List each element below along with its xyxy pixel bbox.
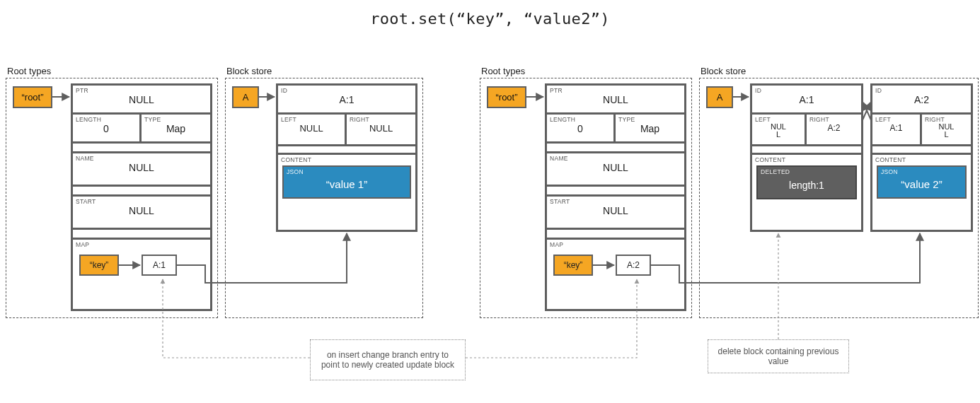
label-block-store-right: Block store bbox=[701, 66, 746, 76]
root-name-left: NAME NULL bbox=[71, 151, 212, 187]
root-tag-left: “root” bbox=[13, 86, 52, 108]
root-start-left: START NULL bbox=[71, 194, 212, 230]
block-a1-json-left: JSON “value 1” bbox=[282, 165, 411, 199]
block-a-tag-left: A bbox=[232, 86, 259, 108]
root-length-right: LENGTH 0 bbox=[545, 112, 616, 144]
block-a2-json-right: JSON “value 2” bbox=[877, 165, 967, 199]
root-type-right: TYPE Map bbox=[613, 112, 686, 144]
block-a1-id-left: ID A:1 bbox=[276, 83, 417, 115]
block-a1-leftcell-right: LEFT NUL L bbox=[750, 112, 807, 146]
label-block-store-left: Block store bbox=[226, 66, 272, 76]
block-a2-id-right: ID A:2 bbox=[870, 83, 973, 115]
root-type-left: TYPE Map bbox=[139, 112, 212, 144]
block-a2-content-right: CONTENT JSON “value 2” bbox=[870, 153, 973, 232]
root-tag-right: “root” bbox=[487, 86, 526, 108]
root-map-val-right: A:2 bbox=[616, 255, 651, 276]
block-a-tag-right: A bbox=[706, 86, 733, 108]
root-map-key-right: “key” bbox=[553, 255, 593, 276]
block-a2-leftcell-right: LEFT A:1 bbox=[870, 112, 922, 146]
root-map-key-left: “key” bbox=[79, 255, 119, 276]
note-delete: delete block containing previous value bbox=[708, 339, 849, 373]
root-map-val-left: A:1 bbox=[142, 255, 177, 276]
block-a1-id-right: ID A:1 bbox=[750, 83, 863, 115]
block-a1-deleted-right: DELETED length:1 bbox=[756, 165, 857, 199]
block-a1-content-left: CONTENT JSON “value 1” bbox=[276, 153, 417, 232]
root-name-right: NAME NULL bbox=[545, 151, 686, 187]
block-a1-rightcell-right: RIGHT A:2 bbox=[805, 112, 863, 146]
label-root-types-right: Root types bbox=[481, 66, 525, 76]
root-length-left: LENGTH 0 bbox=[71, 112, 142, 144]
block-a1-right-left: RIGHT NULL bbox=[345, 112, 417, 146]
note-insert: on insert change branch entry to point t… bbox=[310, 339, 466, 380]
diagram-title: root.set(“key”, “value2”) bbox=[0, 0, 980, 43]
root-ptr-left: PTR NULL bbox=[71, 83, 212, 115]
root-ptr-right: PTR NULL bbox=[545, 83, 686, 115]
block-a1-content-right: CONTENT DELETED length:1 bbox=[750, 153, 863, 232]
block-a1-left-left: LEFT NULL bbox=[276, 112, 347, 146]
root-start-right: START NULL bbox=[545, 194, 686, 230]
block-a2-rightcell-right: RIGHT NUL L bbox=[920, 112, 973, 146]
label-root-types-left: Root types bbox=[7, 66, 51, 76]
